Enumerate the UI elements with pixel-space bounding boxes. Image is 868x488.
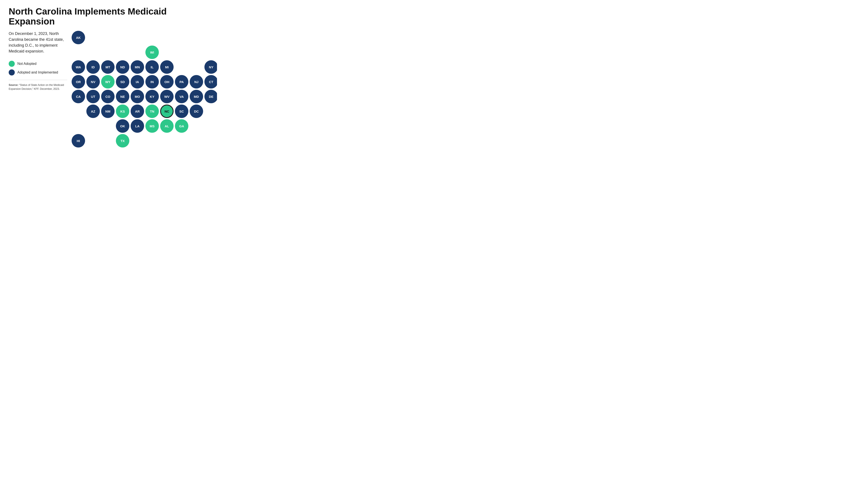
state-dot-va: VA (175, 90, 188, 103)
state-dot-mi: MI (160, 60, 174, 74)
state-dot-al: AL (160, 119, 174, 133)
state-dot-oh: OH (160, 75, 174, 89)
state-dot-ny: NY (205, 60, 217, 74)
map-row: WAIDMTNDMNILMINYMA (72, 60, 217, 74)
state-dot-nd: ND (116, 60, 129, 74)
not-adopted-label: Not Adopted (18, 62, 36, 66)
spacer (131, 31, 144, 44)
spacer (175, 134, 188, 148)
state-dot-tn: TN (145, 104, 159, 118)
spacer (86, 31, 100, 44)
not-adopted-dot (9, 61, 15, 67)
spacer (205, 45, 217, 59)
spacer (190, 31, 203, 44)
map-row: CAUTCONEMOKYWVVAMDDE (72, 90, 217, 103)
state-dot-pa: PA (175, 75, 188, 89)
spacer (86, 134, 100, 148)
spacer (175, 60, 188, 74)
state-dot-ok: OK (116, 119, 129, 133)
state-dot-sd: SD (116, 75, 129, 89)
state-dot-il: IL (145, 60, 159, 74)
spacer (101, 45, 115, 59)
spacer (160, 134, 174, 148)
state-dot-nj: NJ (190, 75, 203, 89)
state-dot-de: DE (205, 90, 217, 103)
spacer (190, 134, 203, 148)
state-dot-ut: UT (86, 90, 100, 103)
map-row: ORNVWYSDIAINOHPANJCTRI (72, 75, 217, 89)
spacer (190, 60, 203, 74)
map-row: HITXFL (72, 134, 217, 148)
state-dot-ct: CT (205, 75, 217, 89)
divider (9, 80, 67, 80)
spacer (160, 45, 174, 59)
spacer (101, 31, 115, 44)
state-dot-nv: NV (86, 75, 100, 89)
map-row: AZNMKSARTNNCSCDC (72, 104, 217, 118)
map-area: AKMEWIVTNHWAIDMTNDMNILMINYMAORNVWYSDIAIN… (72, 31, 217, 148)
state-dot-dc: DC (190, 104, 203, 118)
adopted-label: Adopted and Implemented (18, 70, 58, 74)
spacer (205, 31, 217, 44)
source-label: Source: (9, 84, 19, 87)
legend-adopted: Adopted and Implemented (9, 69, 67, 75)
state-dot-md: MD (190, 90, 203, 103)
state-dot-mn: MN (131, 60, 144, 74)
state-dot-mo: MO (131, 90, 144, 103)
spacer (145, 134, 159, 148)
spacer (190, 119, 203, 133)
state-dot-ks: KS (116, 104, 129, 118)
state-dot-mt: MT (101, 60, 115, 74)
map-row: WIVTNH (72, 45, 217, 59)
state-dot-sc: SC (175, 104, 188, 118)
spacer (131, 134, 144, 148)
spacer (160, 31, 174, 44)
state-dot-wa: WA (72, 60, 85, 74)
map-row: OKLAMSALGA (72, 119, 217, 133)
spacer (205, 104, 217, 118)
spacer (190, 45, 203, 59)
state-dot-ne: NE (116, 90, 129, 103)
spacer (72, 45, 85, 59)
state-dot-or: OR (72, 75, 85, 89)
legend: Not Adopted Adopted and Implemented (9, 61, 67, 75)
description: On December 1, 2023, North Carolina beca… (9, 31, 67, 54)
state-dot-ca: CA (72, 90, 85, 103)
spacer (175, 45, 188, 59)
adopted-dot (9, 69, 15, 75)
spacer (72, 104, 85, 118)
state-dot-hi: HI (72, 134, 85, 148)
state-dot-in: IN (145, 75, 159, 89)
spacer (145, 31, 159, 44)
state-dot-tx: TX (116, 134, 129, 148)
spacer (116, 45, 129, 59)
state-dot-wv: WV (160, 90, 174, 103)
state-dot-nm: NM (101, 104, 115, 118)
spacer (175, 31, 188, 44)
spacer (72, 119, 85, 133)
page-title: North Carolina Implements Medicaid Expan… (9, 6, 208, 27)
map-row: AKME (72, 31, 217, 44)
spacer (101, 119, 115, 133)
state-dot-la: LA (131, 119, 144, 133)
state-dot-id: ID (86, 60, 100, 74)
map-grid: AKMEWIVTNHWAIDMTNDMNILMINYMAORNVWYSDIAIN… (72, 31, 217, 148)
state-dot-co: CO (101, 90, 115, 103)
state-dot-ar: AR (131, 104, 144, 118)
state-dot-ms: MS (145, 119, 159, 133)
left-panel: On December 1, 2023, North Carolina beca… (9, 31, 67, 91)
spacer (86, 119, 100, 133)
spacer (101, 134, 115, 148)
state-dot-ak: AK (72, 31, 85, 44)
state-dot-ia: IA (131, 75, 144, 89)
source: Source: “Status of State Action on the M… (9, 83, 67, 91)
spacer (205, 134, 217, 148)
state-dot-nc: NC (160, 104, 174, 118)
state-dot-wi: WI (145, 45, 159, 59)
legend-not-adopted: Not Adopted (9, 61, 67, 67)
state-dot-az: AZ (86, 104, 100, 118)
spacer (131, 45, 144, 59)
spacer (116, 31, 129, 44)
state-dot-ga: GA (175, 119, 188, 133)
spacer (205, 119, 217, 133)
